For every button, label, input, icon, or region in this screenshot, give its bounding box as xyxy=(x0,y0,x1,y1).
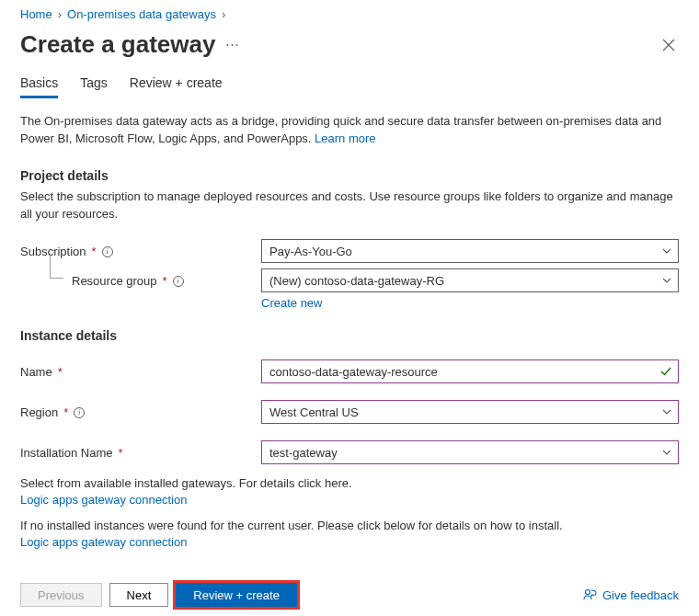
description: The On-premises data gateway acts as a b… xyxy=(20,113,679,148)
close-icon xyxy=(662,39,675,51)
feedback-label: Give feedback xyxy=(602,588,679,602)
subscription-value: Pay-As-You-Go xyxy=(269,245,352,258)
breadcrumb: Home › On-premises data gateways › xyxy=(20,7,679,21)
info-icon[interactable]: i xyxy=(173,276,184,287)
title-row: Create a gateway … xyxy=(20,30,679,59)
review-create-button[interactable]: Review + create xyxy=(176,583,297,607)
name-input[interactable]: contoso-data-gateway-resource xyxy=(261,359,679,383)
chevron-down-icon xyxy=(661,447,672,458)
tab-basics[interactable]: Basics xyxy=(20,72,58,98)
installed-gateways-note: Select from available installed gateways… xyxy=(20,475,679,493)
info-icon[interactable]: i xyxy=(102,246,113,257)
tab-tags[interactable]: Tags xyxy=(80,72,108,98)
installation-name-label: Installation Name * xyxy=(20,440,261,460)
required-indicator: * xyxy=(63,405,68,419)
required-indicator: * xyxy=(118,446,122,460)
close-button[interactable] xyxy=(659,35,679,55)
checkmark-icon xyxy=(659,365,672,378)
required-indicator: * xyxy=(58,365,63,379)
region-select[interactable]: West Central US xyxy=(261,400,679,424)
instance-details-section: Instance details Name * contoso-data-gat… xyxy=(20,328,679,549)
logic-apps-link-1[interactable]: Logic apps gateway connection xyxy=(20,493,187,507)
required-indicator: * xyxy=(92,245,97,258)
project-details-section: Project details Select the subscription … xyxy=(20,168,679,311)
region-value: West Central US xyxy=(269,405,359,419)
breadcrumb-home[interactable]: Home xyxy=(20,7,52,21)
required-indicator: * xyxy=(163,274,167,288)
resource-group-value: (New) contoso-data-gateway-RG xyxy=(269,274,444,288)
footer-bar: Previous Next Review + create Give feedb… xyxy=(20,583,679,607)
next-button[interactable]: Next xyxy=(109,583,169,607)
tab-bar: Basics Tags Review + create xyxy=(20,72,679,98)
chevron-down-icon xyxy=(661,245,672,257)
chevron-down-icon xyxy=(661,406,672,417)
learn-more-link[interactable]: Learn more xyxy=(315,131,375,145)
previous-button: Previous xyxy=(20,583,102,607)
chevron-down-icon xyxy=(661,275,672,286)
project-details-heading: Project details xyxy=(20,168,679,183)
resource-group-select[interactable]: (New) contoso-data-gateway-RG xyxy=(261,268,679,292)
breadcrumb-gateways[interactable]: On-premises data gateways xyxy=(67,7,216,21)
tab-review[interactable]: Review + create xyxy=(130,72,223,98)
more-options-button[interactable]: … xyxy=(224,33,239,50)
give-feedback-link[interactable]: Give feedback xyxy=(582,587,679,602)
resource-group-label: Resource group * i xyxy=(20,268,261,288)
page-title: Create a gateway xyxy=(20,30,215,59)
svg-point-0 xyxy=(585,590,590,595)
no-instances-note: If no installed instances were found for… xyxy=(20,518,679,535)
name-label: Name * xyxy=(20,359,261,379)
instance-details-heading: Instance details xyxy=(20,328,679,343)
create-new-rg-link[interactable]: Create new xyxy=(261,296,679,310)
project-details-desc: Select the subscription to manage deploy… xyxy=(20,188,679,223)
subscription-select[interactable]: Pay-As-You-Go xyxy=(261,239,679,263)
info-icon[interactable]: i xyxy=(74,407,85,418)
name-value: contoso-data-gateway-resource xyxy=(269,365,438,379)
chevron-right-icon: › xyxy=(58,7,62,21)
logic-apps-link-2[interactable]: Logic apps gateway connection xyxy=(20,535,187,549)
installation-name-value: test-gateway xyxy=(269,446,338,460)
installation-name-select[interactable]: test-gateway xyxy=(261,440,679,464)
region-label: Region * i xyxy=(20,400,261,419)
feedback-icon xyxy=(582,587,597,602)
chevron-right-icon: › xyxy=(222,7,225,21)
